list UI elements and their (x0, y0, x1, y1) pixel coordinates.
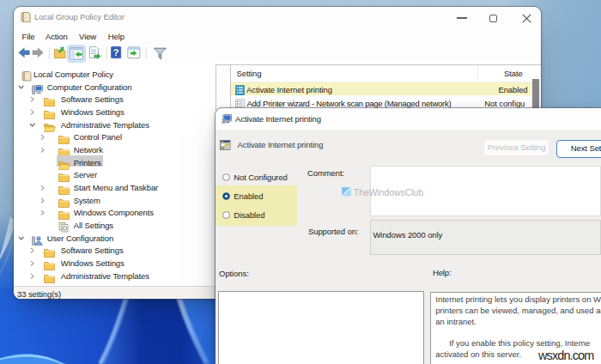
svg-text:?: ? (113, 47, 119, 58)
